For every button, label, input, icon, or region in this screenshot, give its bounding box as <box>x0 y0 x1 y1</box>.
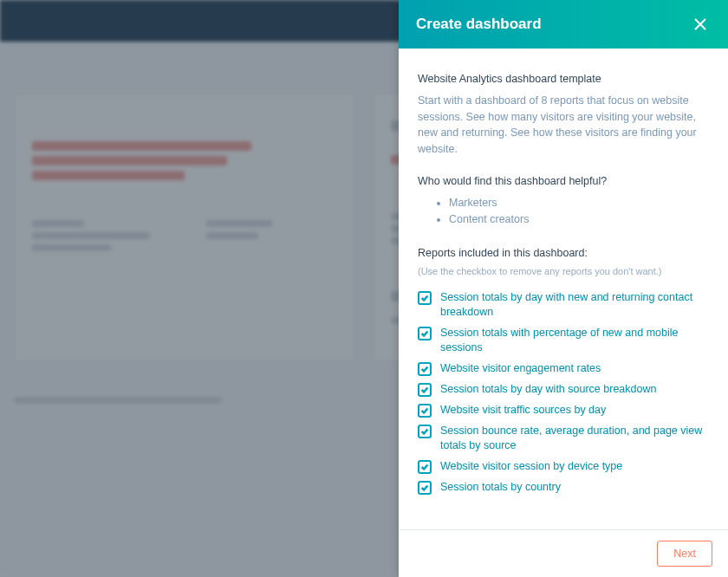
reports-list: Session totals by day with new and retur… <box>418 290 709 494</box>
check-icon <box>420 406 429 415</box>
report-label: Website visit traffic sources by day <box>440 403 606 418</box>
check-icon <box>420 294 429 302</box>
report-label: Session totals by day with source breakd… <box>440 382 656 397</box>
report-checkbox[interactable] <box>418 425 432 438</box>
report-row: Session totals by country <box>418 480 709 495</box>
close-icon <box>693 17 707 31</box>
reports-note: (Use the checkbox to remove any reports … <box>418 264 709 279</box>
drawer-footer: Next <box>399 529 728 577</box>
report-checkbox[interactable] <box>418 481 432 495</box>
create-dashboard-drawer: Create dashboard Website Analytics dashb… <box>399 0 728 577</box>
report-row: Website visitor engagement rates <box>418 361 709 376</box>
close-button[interactable] <box>690 14 711 35</box>
report-checkbox[interactable] <box>418 383 432 397</box>
report-checkbox[interactable] <box>418 460 432 474</box>
report-label: Session totals with percentage of new an… <box>440 326 709 355</box>
report-label: Session bounce rate, average duration, a… <box>440 424 709 453</box>
helpful-list-item: Content creators <box>449 211 709 228</box>
report-label: Session totals by day with new and retur… <box>440 290 709 320</box>
reports-heading: Reports included in this dashboard: <box>418 245 709 262</box>
report-checkbox[interactable] <box>418 327 432 340</box>
helpful-list: Marketers Content creators <box>418 195 709 229</box>
template-description: Start with a dashboard of 8 reports that… <box>418 93 709 158</box>
check-icon <box>420 386 429 394</box>
report-label: Website visitor engagement rates <box>440 361 601 376</box>
report-row: Website visit traffic sources by day <box>418 403 709 418</box>
drawer-header: Create dashboard <box>399 0 728 49</box>
drawer-title: Create dashboard <box>416 16 542 33</box>
report-checkbox[interactable] <box>418 362 432 376</box>
report-checkbox[interactable] <box>418 404 432 418</box>
report-label: Website visitor session by device type <box>440 459 622 474</box>
next-button[interactable]: Next <box>657 541 712 567</box>
template-name: Website Analytics dashboard template <box>418 71 709 88</box>
report-label: Session totals by country <box>440 480 561 495</box>
helpful-heading: Who would find this dashboard helpful? <box>418 173 709 190</box>
helpful-list-item: Marketers <box>449 195 709 211</box>
check-icon <box>420 365 429 373</box>
report-row: Session totals by day with new and retur… <box>418 290 709 320</box>
report-row: Session bounce rate, average duration, a… <box>418 424 709 453</box>
check-icon <box>420 463 429 471</box>
check-icon <box>420 329 429 338</box>
report-row: Session totals by day with source breakd… <box>418 382 709 397</box>
check-icon <box>420 483 429 492</box>
drawer-body: Website Analytics dashboard template Sta… <box>399 49 728 529</box>
report-row: Website visitor session by device type <box>418 459 709 474</box>
report-row: Session totals with percentage of new an… <box>418 326 709 355</box>
check-icon <box>420 427 429 436</box>
report-checkbox[interactable] <box>418 291 432 305</box>
